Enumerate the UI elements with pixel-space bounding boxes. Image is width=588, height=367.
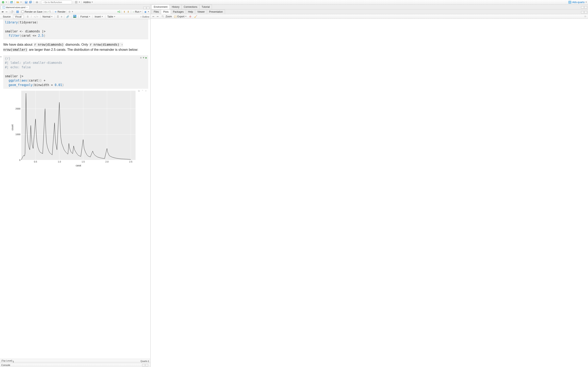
env-max-icon[interactable] [584, 6, 587, 8]
grid-icon[interactable] [74, 0, 78, 4]
image-button[interactable] [72, 15, 77, 18]
tab-tutorial[interactable]: Tutorial [199, 4, 212, 9]
remove-plot-icon[interactable]: ⊘ [189, 15, 192, 18]
new-file-menu-caret[interactable]: ▼ [6, 1, 7, 3]
main-toolbar: ▼ ▼ ▼ Addins▼ r4ds-quarto ▼ [0, 0, 588, 4]
console-label: Console [1, 364, 10, 367]
plot-output: ⧉ ⌃ × count 0.51.01.52.02.5010002000 car… [3, 89, 148, 166]
tab-files[interactable]: Files [151, 9, 161, 14]
save-doc-icon[interactable] [16, 10, 19, 13]
plot-prev-icon[interactable]: ⬅ [152, 15, 155, 18]
chunk-gear-icon[interactable]: ⚙ [140, 56, 141, 59]
bullet-list-button[interactable]: ☰ [56, 15, 60, 18]
spellcheck-icon[interactable]: ABC✓ [45, 10, 48, 13]
tab-plots[interactable]: Plots [161, 9, 171, 14]
save-icon[interactable] [24, 0, 28, 4]
format-menu[interactable]: Format▼ [80, 15, 91, 18]
plot-next-icon[interactable]: ➡ [156, 15, 159, 18]
file-tab[interactable]: diamond-sizes.qmd × [1, 5, 29, 9]
render-on-save-checkbox[interactable]: Render on Save [21, 10, 43, 13]
plot-close-icon[interactable]: × [145, 90, 147, 92]
code-button[interactable]: </> [33, 15, 39, 18]
refresh-plot-icon[interactable]: ⟳ [584, 15, 587, 18]
minimize-pane-icon[interactable] [143, 7, 146, 9]
code-chunk-setup[interactable]: library(tidyverse) smaller <- diamonds |… [3, 19, 148, 39]
export-button[interactable]: Export▼ [174, 15, 187, 18]
italic-button[interactable]: I [30, 15, 32, 18]
table-menu[interactable]: Table▼ [107, 15, 116, 18]
prose-paragraph[interactable]: We have data about r nrow(diamonds) diam… [3, 42, 148, 52]
project-menu[interactable]: r4ds-quarto ▼ [568, 1, 587, 4]
forward-icon[interactable]: ➡ [5, 10, 8, 13]
gear-icon[interactable]: ⚙ [68, 10, 71, 13]
run-button[interactable]: →Run▼ [132, 10, 141, 13]
source-status-bar: (Top Level) ▴▾ Quarto ▴▾ [0, 359, 150, 363]
back-icon[interactable]: ⬅ [1, 10, 4, 13]
plot-collapse-icon[interactable]: ⌃ [141, 90, 144, 92]
scope-indicator[interactable]: (Top Level) ▴▾ [1, 359, 14, 363]
plot-popup-icon[interactable]: ⧉ [138, 90, 140, 92]
publish-icon[interactable]: ◉ [144, 10, 147, 13]
new-project-icon[interactable] [9, 0, 13, 4]
show-in-new-window-icon[interactable] [10, 10, 14, 13]
tab-environment[interactable]: Environment [151, 4, 170, 9]
insert-menu[interactable]: Insert▼ [94, 15, 104, 18]
svg-rect-8 [36, 1, 37, 2]
addins-label: Addins [83, 1, 91, 4]
tab-packages[interactable]: Packages [171, 9, 186, 14]
svg-point-26 [162, 15, 163, 17]
go-prev-chunk-icon[interactable]: ⬆ [123, 10, 126, 13]
find-replace-icon[interactable] [49, 10, 52, 13]
grid-caret[interactable]: ▼ [79, 1, 80, 3]
console-max-icon[interactable] [145, 364, 148, 366]
plots-max-icon[interactable] [584, 11, 587, 13]
open-file-icon[interactable] [16, 0, 20, 4]
code-chunk-plot[interactable]: ⚙ ▼ ▶ {r} #| label: plot-smaller-diamond… [3, 55, 148, 89]
save-all-icon[interactable] [29, 0, 33, 4]
env-min-icon[interactable] [581, 6, 584, 8]
zoom-icon[interactable] [161, 15, 164, 18]
tab-viewer[interactable]: Viewer [195, 9, 207, 14]
source-mode-button[interactable]: Source [1, 15, 12, 19]
svg-rect-14 [17, 11, 19, 13]
tab-history[interactable]: History [169, 4, 182, 9]
tab-connections[interactable]: Connections [182, 4, 200, 9]
svg-point-17 [74, 16, 75, 16]
gear-caret[interactable]: ▼ [72, 11, 73, 13]
close-tab-icon[interactable]: × [26, 6, 27, 8]
go-next-chunk-icon[interactable]: ⬇ [127, 10, 130, 13]
goto-input[interactable] [44, 1, 71, 3]
format-indicator[interactable]: Quarto ▴▾ [140, 360, 149, 362]
editor-area[interactable]: library(tidyverse) smaller <- diamonds |… [0, 19, 150, 359]
numbered-list-button[interactable]: ≡ [60, 15, 63, 18]
console-min-icon[interactable] [142, 364, 145, 366]
plot-line [21, 91, 136, 160]
addins-menu[interactable]: Addins▼ [82, 1, 94, 4]
render-button[interactable]: Render [54, 10, 66, 13]
publish-caret[interactable]: ▼ [148, 11, 149, 13]
plots-min-icon[interactable] [581, 11, 584, 13]
print-icon[interactable] [35, 0, 39, 4]
new-file-icon[interactable] [1, 0, 5, 4]
console-bar[interactable]: Console [0, 363, 150, 367]
tab-help[interactable]: Help [186, 9, 195, 14]
clear-all-icon[interactable]: 🧹 [194, 15, 197, 18]
run-above-icon[interactable]: ▼ [143, 56, 144, 59]
goto-file-function[interactable] [41, 0, 72, 4]
open-recent-caret[interactable]: ▼ [20, 1, 22, 3]
maximize-pane-icon[interactable] [147, 7, 149, 9]
block-style-menu[interactable]: Normal▼ [42, 15, 53, 18]
tab-presentation[interactable]: Presentation [207, 9, 225, 14]
env-tabbar: Environment History Connections Tutorial [151, 4, 588, 9]
outline-button[interactable]: ≡Outline [140, 16, 149, 18]
zoom-label[interactable]: Zoom [165, 15, 172, 18]
link-button[interactable]: 🔗 [66, 15, 70, 18]
insert-chunk-icon[interactable]: +C [117, 10, 121, 13]
chunk-fold-icon[interactable]: ▾ [0, 56, 1, 58]
source-tabbar: diamond-sizes.qmd × [0, 4, 150, 9]
goto-arrow-icon [42, 1, 44, 3]
run-arrow-icon: → [132, 10, 135, 13]
visual-mode-button[interactable]: Visual [13, 15, 23, 19]
bold-button[interactable]: B [26, 15, 30, 18]
run-chunk-icon[interactable]: ▶ [146, 56, 147, 59]
